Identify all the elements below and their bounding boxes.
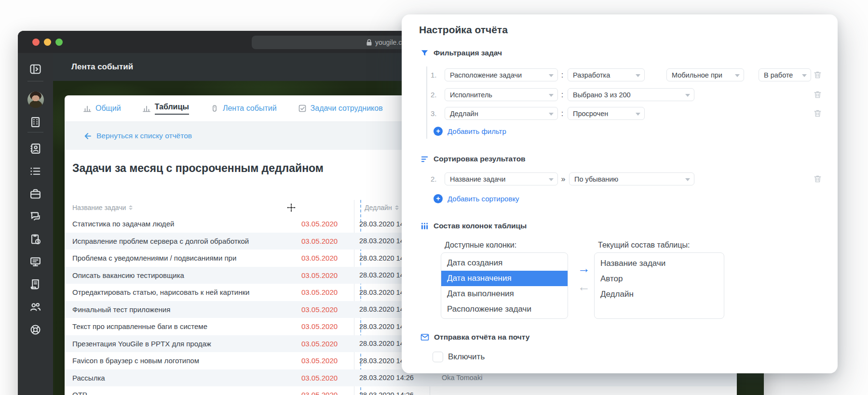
team-icon[interactable] (29, 301, 41, 313)
chevron-down-icon (685, 94, 690, 97)
chevron-down-icon (549, 178, 554, 181)
tab-label: Таблицы (155, 103, 189, 115)
report-settings-panel: Настройка отчёта Фильтрация задач 1. Рас… (402, 14, 838, 373)
current-columns-label: Текущий состав таблицы: (598, 241, 690, 250)
minimize-button[interactable] (44, 39, 51, 46)
tab-tablitsy[interactable]: Таблицы (142, 103, 189, 115)
sort-arrows-icon (129, 205, 133, 210)
sort-arrows-icon (395, 205, 399, 210)
current-columns-listbox: Название задачи Автор Дедлайн (594, 252, 724, 319)
company-icon[interactable] (29, 116, 41, 128)
contacts-icon[interactable] (29, 143, 41, 155)
document-scroll-icon[interactable] (29, 278, 41, 290)
briefcase-icon[interactable] (29, 188, 41, 200)
filter-section-heading: Фильтрация задач (420, 47, 502, 59)
filter-row-number: 1. (431, 71, 441, 79)
separator: » (560, 175, 567, 184)
columns-icon (420, 222, 429, 230)
delete-filter-icon[interactable] (813, 109, 823, 118)
back-arrow-icon (83, 132, 92, 141)
list-item[interactable]: Автор (595, 272, 724, 286)
avatar[interactable] (27, 92, 44, 108)
enable-email-label: Включить (448, 352, 485, 362)
task-check-icon (298, 104, 307, 113)
sort-field-dropdown[interactable]: Название задачи (445, 172, 558, 185)
delete-filter-icon[interactable] (813, 70, 823, 80)
separator: : (559, 71, 566, 79)
address-host: yougile.co (366, 36, 406, 49)
sorting-section-heading: Сортировка результатов (420, 153, 526, 165)
tab-zadachi-sotrudnikov[interactable]: Задачи сотрудников (298, 104, 383, 113)
move-right-arrow[interactable]: → (578, 261, 590, 276)
monitor-icon[interactable] (29, 256, 41, 268)
delete-sort-icon[interactable] (813, 174, 823, 184)
move-cursor-icon (286, 203, 296, 214)
list-item[interactable]: Дедлайн (595, 288, 724, 301)
tab-label: Задачи сотрудников (311, 104, 383, 113)
sort-row-number: 2. (431, 175, 441, 183)
filter-value-dropdown[interactable]: Мобильное при (666, 68, 744, 81)
fullscreen-button[interactable] (55, 39, 63, 46)
back-to-reports-link[interactable]: Вернуться к списку отчётов (83, 122, 192, 150)
delete-filter-icon[interactable] (813, 90, 823, 100)
chevron-down-icon (549, 74, 554, 77)
chevron-down-icon (549, 94, 554, 97)
sort-direction-dropdown[interactable]: По убыванию (569, 172, 694, 185)
filter-icon (420, 49, 429, 57)
filter-value-dropdown[interactable]: Просрочен (568, 107, 645, 120)
filter-row-number: 2. (431, 91, 441, 99)
sort-icon (420, 155, 429, 163)
chat-icon[interactable] (29, 211, 41, 223)
lock-icon (366, 39, 372, 46)
app-sidebar (18, 53, 53, 395)
sidebar-divider (27, 132, 43, 132)
filter-value-dropdown[interactable]: В работе (759, 68, 811, 81)
chevron-down-icon (636, 74, 640, 77)
separator: : (559, 91, 566, 99)
column-header-name[interactable]: Название задачи (72, 200, 133, 215)
list-item[interactable]: Дата создания (441, 255, 568, 271)
chevron-down-icon (636, 113, 640, 116)
table-row[interactable]: ОТР03.05.202028.03.2020 14:26 (65, 386, 737, 395)
filter-field-dropdown[interactable]: Расположение задачи (445, 68, 558, 81)
list-item-selected[interactable]: Дата назначения (441, 271, 568, 286)
report-title: Задачи за месяц с просроченным дедлайном (72, 162, 324, 175)
sidebar-toggle-icon[interactable] (29, 63, 41, 75)
chevron-down-icon (735, 74, 740, 77)
add-sorting-button[interactable]: + Добавить сортировку (434, 193, 519, 204)
filter-value-dropdown[interactable]: Выбрано 3 из 200 (568, 88, 694, 101)
bar-chart-icon (142, 104, 151, 113)
list-item[interactable]: Название задачи (595, 257, 724, 270)
bar-chart-icon (83, 104, 92, 113)
available-columns-label: Доступные колонки: (445, 241, 516, 250)
filter-guide-line (426, 66, 427, 139)
envelope-icon (420, 333, 429, 342)
tab-label: Лента событий (223, 104, 277, 113)
filter-row-number: 3. (431, 109, 441, 118)
separator: : (559, 109, 566, 118)
enable-email-checkbox[interactable] (433, 352, 443, 362)
feed-icon (210, 104, 219, 113)
screenshot: yougile.co (0, 0, 868, 395)
support-icon[interactable] (29, 324, 41, 336)
add-filter-button[interactable]: + Добавить фильтр (434, 125, 506, 137)
filter-field-dropdown[interactable]: Исполнитель (445, 88, 558, 101)
chevron-down-icon (685, 178, 690, 181)
list-item[interactable]: Дата выполнения (441, 286, 568, 302)
plus-icon: + (434, 127, 443, 136)
tab-obshchiy[interactable]: Общий (83, 104, 121, 113)
chevron-down-icon (802, 74, 807, 77)
tab-lenta-sobytiy[interactable]: Лента событий (210, 104, 277, 113)
tab-label: Общий (95, 104, 121, 113)
report-clock-icon[interactable] (29, 233, 41, 245)
task-list-icon[interactable] (29, 165, 41, 177)
chevron-down-icon (549, 113, 554, 116)
filter-field-dropdown[interactable]: Дедлайн (445, 107, 558, 120)
list-item[interactable]: Расположение задачи (441, 302, 568, 317)
close-button[interactable] (32, 39, 40, 46)
columns-section-heading: Состав колонок таблицы (420, 220, 527, 232)
filter-value-dropdown[interactable]: Разработка (568, 68, 645, 81)
column-header-deadline[interactable]: Дедлайн (365, 200, 399, 215)
plus-icon: + (434, 194, 443, 203)
move-left-arrow[interactable]: ← (578, 279, 590, 294)
